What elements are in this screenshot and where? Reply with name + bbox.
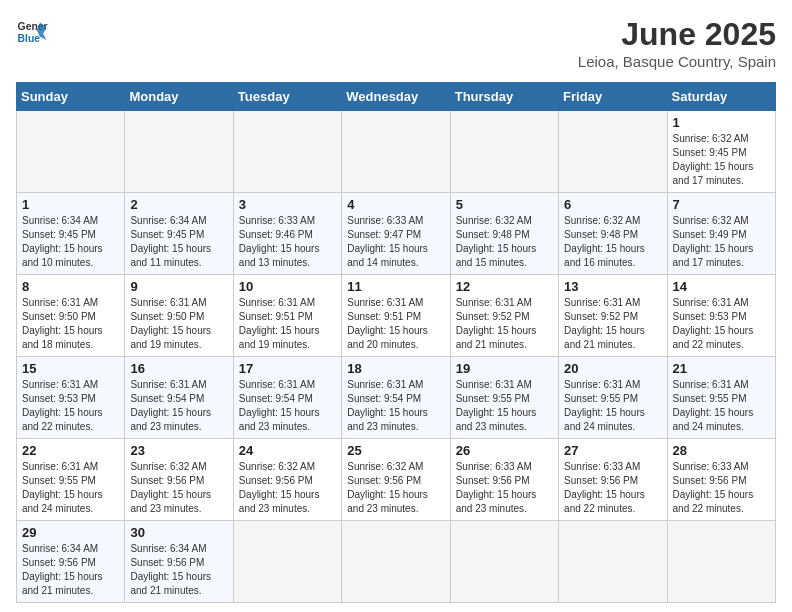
weekday-header-monday: Monday — [125, 83, 233, 111]
calendar-cell: 3Sunrise: 6:33 AMSunset: 9:46 PMDaylight… — [233, 193, 341, 275]
calendar-cell: 10Sunrise: 6:31 AMSunset: 9:51 PMDayligh… — [233, 275, 341, 357]
day-number: 21 — [673, 361, 770, 376]
calendar-cell — [450, 111, 558, 193]
calendar-cell — [342, 111, 450, 193]
day-detail: Sunrise: 6:33 AMSunset: 9:56 PMDaylight:… — [673, 460, 770, 516]
calendar-cell: 5Sunrise: 6:32 AMSunset: 9:48 PMDaylight… — [450, 193, 558, 275]
day-detail: Sunrise: 6:31 AMSunset: 9:54 PMDaylight:… — [239, 378, 336, 434]
logo-icon: General Blue — [16, 16, 48, 48]
day-detail: Sunrise: 6:33 AMSunset: 9:56 PMDaylight:… — [564, 460, 661, 516]
day-detail: Sunrise: 6:31 AMSunset: 9:55 PMDaylight:… — [564, 378, 661, 434]
calendar-cell: 19Sunrise: 6:31 AMSunset: 9:55 PMDayligh… — [450, 357, 558, 439]
calendar-cell — [559, 521, 667, 603]
calendar-cell: 4Sunrise: 6:33 AMSunset: 9:47 PMDaylight… — [342, 193, 450, 275]
day-number: 20 — [564, 361, 661, 376]
week-row-6: 29Sunrise: 6:34 AMSunset: 9:56 PMDayligh… — [17, 521, 776, 603]
day-detail: Sunrise: 6:31 AMSunset: 9:55 PMDaylight:… — [456, 378, 553, 434]
calendar-cell: 11Sunrise: 6:31 AMSunset: 9:51 PMDayligh… — [342, 275, 450, 357]
day-number: 28 — [673, 443, 770, 458]
day-detail: Sunrise: 6:31 AMSunset: 9:53 PMDaylight:… — [673, 296, 770, 352]
day-number: 13 — [564, 279, 661, 294]
day-number: 18 — [347, 361, 444, 376]
day-detail: Sunrise: 6:34 AMSunset: 9:56 PMDaylight:… — [22, 542, 119, 598]
title-block: June 2025 Leioa, Basque Country, Spain — [578, 16, 776, 70]
day-number: 23 — [130, 443, 227, 458]
calendar-cell — [450, 521, 558, 603]
day-number: 27 — [564, 443, 661, 458]
subtitle: Leioa, Basque Country, Spain — [578, 53, 776, 70]
calendar-cell: 13Sunrise: 6:31 AMSunset: 9:52 PMDayligh… — [559, 275, 667, 357]
weekday-header-sunday: Sunday — [17, 83, 125, 111]
day-detail: Sunrise: 6:32 AMSunset: 9:45 PMDaylight:… — [673, 132, 770, 188]
calendar-cell: 14Sunrise: 6:31 AMSunset: 9:53 PMDayligh… — [667, 275, 775, 357]
calendar-cell: 29Sunrise: 6:34 AMSunset: 9:56 PMDayligh… — [17, 521, 125, 603]
day-number: 24 — [239, 443, 336, 458]
main-title: June 2025 — [578, 16, 776, 53]
day-number: 2 — [130, 197, 227, 212]
day-detail: Sunrise: 6:32 AMSunset: 9:49 PMDaylight:… — [673, 214, 770, 270]
day-number: 15 — [22, 361, 119, 376]
day-number: 4 — [347, 197, 444, 212]
day-detail: Sunrise: 6:31 AMSunset: 9:55 PMDaylight:… — [22, 460, 119, 516]
calendar-cell — [125, 111, 233, 193]
calendar-cell: 17Sunrise: 6:31 AMSunset: 9:54 PMDayligh… — [233, 357, 341, 439]
calendar-cell — [17, 111, 125, 193]
calendar-cell — [559, 111, 667, 193]
week-row-3: 8Sunrise: 6:31 AMSunset: 9:50 PMDaylight… — [17, 275, 776, 357]
calendar-cell — [342, 521, 450, 603]
calendar-cell — [667, 521, 775, 603]
day-detail: Sunrise: 6:31 AMSunset: 9:55 PMDaylight:… — [673, 378, 770, 434]
day-detail: Sunrise: 6:33 AMSunset: 9:46 PMDaylight:… — [239, 214, 336, 270]
calendar-cell: 30Sunrise: 6:34 AMSunset: 9:56 PMDayligh… — [125, 521, 233, 603]
day-number: 30 — [130, 525, 227, 540]
calendar-cell: 2Sunrise: 6:34 AMSunset: 9:45 PMDaylight… — [125, 193, 233, 275]
day-number: 16 — [130, 361, 227, 376]
day-number: 9 — [130, 279, 227, 294]
logo: General Blue — [16, 16, 48, 48]
day-number: 11 — [347, 279, 444, 294]
day-detail: Sunrise: 6:31 AMSunset: 9:51 PMDaylight:… — [347, 296, 444, 352]
week-row-2: 1Sunrise: 6:34 AMSunset: 9:45 PMDaylight… — [17, 193, 776, 275]
day-detail: Sunrise: 6:32 AMSunset: 9:48 PMDaylight:… — [456, 214, 553, 270]
day-number: 1 — [22, 197, 119, 212]
weekday-header-saturday: Saturday — [667, 83, 775, 111]
calendar-cell: 21Sunrise: 6:31 AMSunset: 9:55 PMDayligh… — [667, 357, 775, 439]
week-row-5: 22Sunrise: 6:31 AMSunset: 9:55 PMDayligh… — [17, 439, 776, 521]
calendar-table: SundayMondayTuesdayWednesdayThursdayFrid… — [16, 82, 776, 603]
day-number: 26 — [456, 443, 553, 458]
calendar-cell: 16Sunrise: 6:31 AMSunset: 9:54 PMDayligh… — [125, 357, 233, 439]
svg-text:Blue: Blue — [18, 33, 41, 44]
weekday-header-wednesday: Wednesday — [342, 83, 450, 111]
calendar-cell: 24Sunrise: 6:32 AMSunset: 9:56 PMDayligh… — [233, 439, 341, 521]
day-number: 12 — [456, 279, 553, 294]
weekday-header-tuesday: Tuesday — [233, 83, 341, 111]
week-row-1: 1Sunrise: 6:32 AMSunset: 9:45 PMDaylight… — [17, 111, 776, 193]
calendar-cell: 20Sunrise: 6:31 AMSunset: 9:55 PMDayligh… — [559, 357, 667, 439]
calendar-cell: 15Sunrise: 6:31 AMSunset: 9:53 PMDayligh… — [17, 357, 125, 439]
week-row-4: 15Sunrise: 6:31 AMSunset: 9:53 PMDayligh… — [17, 357, 776, 439]
day-number: 7 — [673, 197, 770, 212]
day-detail: Sunrise: 6:31 AMSunset: 9:54 PMDaylight:… — [130, 378, 227, 434]
day-number: 19 — [456, 361, 553, 376]
calendar-cell: 1Sunrise: 6:32 AMSunset: 9:45 PMDaylight… — [667, 111, 775, 193]
calendar-cell: 25Sunrise: 6:32 AMSunset: 9:56 PMDayligh… — [342, 439, 450, 521]
calendar-cell: 27Sunrise: 6:33 AMSunset: 9:56 PMDayligh… — [559, 439, 667, 521]
day-number: 8 — [22, 279, 119, 294]
weekday-header-row: SundayMondayTuesdayWednesdayThursdayFrid… — [17, 83, 776, 111]
day-number: 17 — [239, 361, 336, 376]
weekday-header-friday: Friday — [559, 83, 667, 111]
calendar-cell: 1Sunrise: 6:34 AMSunset: 9:45 PMDaylight… — [17, 193, 125, 275]
calendar-cell — [233, 521, 341, 603]
day-detail: Sunrise: 6:34 AMSunset: 9:45 PMDaylight:… — [22, 214, 119, 270]
calendar-cell — [233, 111, 341, 193]
day-detail: Sunrise: 6:31 AMSunset: 9:54 PMDaylight:… — [347, 378, 444, 434]
calendar-cell: 12Sunrise: 6:31 AMSunset: 9:52 PMDayligh… — [450, 275, 558, 357]
calendar-cell: 6Sunrise: 6:32 AMSunset: 9:48 PMDaylight… — [559, 193, 667, 275]
day-number: 3 — [239, 197, 336, 212]
calendar-cell: 18Sunrise: 6:31 AMSunset: 9:54 PMDayligh… — [342, 357, 450, 439]
calendar-cell: 26Sunrise: 6:33 AMSunset: 9:56 PMDayligh… — [450, 439, 558, 521]
day-detail: Sunrise: 6:31 AMSunset: 9:51 PMDaylight:… — [239, 296, 336, 352]
day-detail: Sunrise: 6:31 AMSunset: 9:53 PMDaylight:… — [22, 378, 119, 434]
day-number: 6 — [564, 197, 661, 212]
day-detail: Sunrise: 6:31 AMSunset: 9:50 PMDaylight:… — [130, 296, 227, 352]
